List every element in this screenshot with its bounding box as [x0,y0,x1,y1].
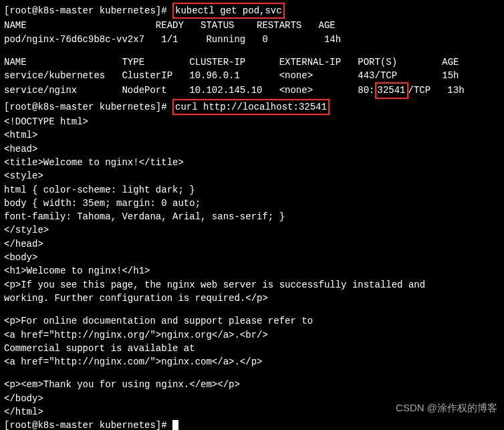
pods-header: NAME READY STATUS RESTARTS AGE [4,19,500,32]
output-line: <h1>Welcome to nginx!</h1> [4,264,500,278]
svc-header: NAME TYPE CLUSTER-IP EXTERNAL-IP PORT(S)… [4,56,500,69]
blank-line [4,46,500,56]
output-line: <p>If you see this page, the nginx web s… [4,278,500,292]
output-line: <head> [4,142,500,156]
command-2: curl http://localhost:32541 [175,102,327,112]
svc-row-2-b: /TCP 13h [408,85,465,96]
curl-output: <!DOCTYPE html><html><head><title>Welcom… [4,115,500,419]
output-line: </head> [4,237,500,251]
output-line: <a href="http://nginx.org/">nginx.org</a… [4,328,500,342]
svc-port: 32541 [378,85,406,96]
svc-row-2: service/nginx NodePort 10.102.145.10 <no… [4,82,500,98]
output-line: <html> [4,128,500,142]
output-line: <a href="http://nginx.com/">nginx.com</a… [4,355,500,368]
command-highlight-1: kubectl get pod,svc [172,3,285,19]
output-line: html { color-scheme: light dark; } [4,183,500,197]
svc-row-1: service/kubernetes ClusterIP 10.96.0.1 <… [4,69,500,82]
output-line: working. Further configuration is requir… [4,292,500,305]
shell-prompt: [root@k8s-master kubernetes]# [4,102,172,112]
shell-prompt: [root@k8s-master kubernetes]# [4,420,172,430]
prompt-line-1: [root@k8s-master kubernetes]# kubectl ge… [4,3,500,19]
output-line: Commercial support is available at [4,342,500,355]
prompt-line-3[interactable]: [root@k8s-master kubernetes]# [4,419,500,430]
command-highlight-2: curl http://localhost:32541 [172,99,330,115]
prompt-line-2: [root@k8s-master kubernetes]# curl http:… [4,99,500,115]
shell-prompt: [root@k8s-master kubernetes]# [4,5,172,16]
output-line [4,305,500,314]
output-line: <!DOCTYPE html> [4,115,500,128]
port-highlight: 32541 [375,82,408,98]
output-line: <title>Welcome to nginx!</title> [4,156,500,169]
pods-row: pod/nginx-76d6c9b8c-vv2x7 1/1 Running 0 … [4,33,500,46]
output-line: <p>For online documentation and support … [4,314,500,328]
output-line: </style> [4,223,500,237]
command-1: kubectl get pod,svc [175,5,282,16]
cursor [172,420,178,430]
output-line [4,368,500,378]
output-line: <p><em>Thank you for using nginx.</em></… [4,378,500,391]
output-line: body { width: 35em; margin: 0 auto; [4,197,500,210]
output-line: font-family: Tahoma, Verdana, Arial, san… [4,210,500,223]
svc-row-2-a: service/nginx NodePort 10.102.145.10 <no… [4,85,375,96]
output-line: <style> [4,169,500,183]
output-line: <body> [4,251,500,264]
watermark: CSDN @涂作权的博客 [396,401,497,415]
